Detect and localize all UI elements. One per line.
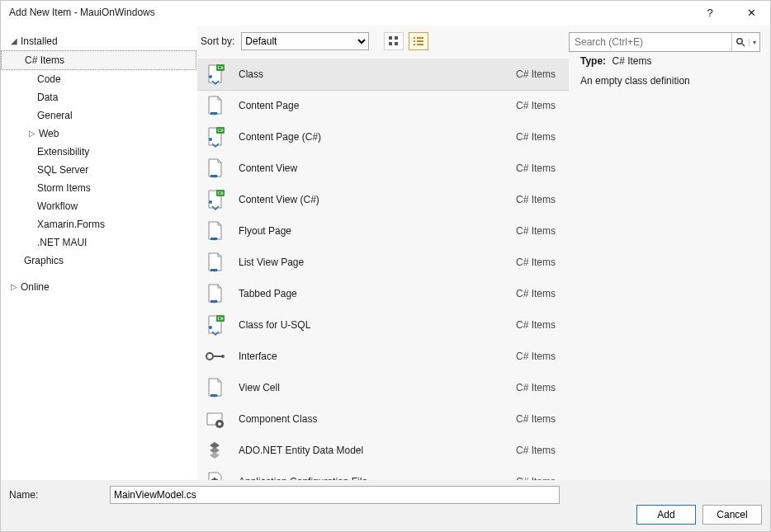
xaml-page-icon: <> — [202, 250, 227, 275]
close-button[interactable]: ✕ — [739, 1, 764, 24]
xaml-page-icon: <> — [202, 375, 227, 400]
name-input[interactable] — [110, 486, 560, 504]
category-tree: ◢ Installed C# ItemsCodeDataGeneral▷WebE… — [1, 26, 197, 480]
svg-rect-5 — [395, 42, 398, 45]
svg-text:C#: C# — [217, 191, 223, 195]
svg-rect-9 — [417, 40, 423, 42]
view-list-button[interactable] — [409, 32, 428, 50]
type-label: Type: — [580, 55, 606, 67]
tree-online[interactable]: ▷ Online — [1, 278, 196, 296]
svg-point-33 — [209, 326, 212, 329]
svg-point-14 — [209, 75, 212, 78]
chevron-down-icon: ◢ — [9, 36, 19, 46]
tree-item-web[interactable]: ▷Web — [1, 125, 196, 143]
tree-item-label: SQL Server — [37, 164, 88, 176]
search-icon[interactable] — [731, 33, 749, 51]
list-icon — [413, 35, 424, 47]
tree-item-xamarin-forms[interactable]: Xamarin.Forms — [1, 215, 196, 233]
tree-item-storm-items[interactable]: Storm Items — [1, 179, 196, 197]
search-input[interactable] — [570, 36, 731, 48]
view-tiles-button[interactable] — [384, 32, 404, 50]
svg-text:C#: C# — [217, 316, 223, 321]
svg-rect-38 — [210, 394, 217, 397]
template-row[interactable]: <>Content PageC# Items — [197, 90, 569, 121]
template-category: C# Items — [516, 319, 559, 331]
type-value: C# Items — [612, 55, 651, 67]
template-row[interactable]: C#Content View (C#)C# Items — [197, 184, 569, 215]
type-description: An empty class definition — [580, 75, 760, 87]
tree-item-code[interactable]: Code — [1, 70, 196, 88]
template-row[interactable]: <>Flyout PageC# Items — [197, 215, 569, 247]
tree-item-extensibility[interactable]: Extensibility — [1, 143, 196, 161]
tree-installed[interactable]: ◢ Installed — [1, 32, 196, 50]
csharp-class-icon: C# — [202, 62, 227, 87]
tree-item-label: Extensibility — [37, 146, 89, 158]
svg-rect-30 — [210, 300, 217, 303]
template-category: C# Items — [516, 413, 559, 425]
tree-item-label: Storm Items — [37, 182, 91, 194]
svg-line-1 — [742, 44, 745, 46]
center-pane: Sort by: Default C#ClassC# Items<>Conten… — [197, 26, 569, 480]
template-row[interactable]: <>View CellC# Items — [197, 372, 569, 403]
csharp-class-icon: C# — [202, 187, 227, 212]
template-row[interactable]: C#ClassC# Items — [197, 59, 569, 90]
tree-item-graphics[interactable]: Graphics — [1, 252, 196, 270]
template-name: View Cell — [239, 382, 516, 393]
template-row[interactable]: ADO.NET Entity Data ModelC# Items — [197, 435, 569, 466]
tree-item-data[interactable]: Data — [1, 88, 196, 106]
template-category: C# Items — [516, 351, 559, 362]
tree-item-c-items[interactable]: C# Items — [1, 50, 196, 70]
tree-item--net-maui[interactable]: .NET MAUI — [1, 233, 196, 252]
template-row[interactable]: <>List View PageC# Items — [197, 247, 569, 278]
tree-item-sql-server[interactable]: SQL Server — [1, 161, 196, 179]
tree-item-label: Data — [37, 92, 58, 103]
template-name: Application Configuration File — [239, 476, 516, 480]
template-category: C# Items — [516, 131, 559, 143]
template-row[interactable]: InterfaceC# Items — [197, 341, 569, 372]
cancel-button[interactable]: Cancel — [702, 505, 762, 525]
search-box[interactable]: ▾ — [569, 32, 760, 52]
template-category: C# Items — [516, 257, 559, 268]
svg-rect-28 — [210, 269, 217, 271]
template-name: Class for U-SQL — [239, 319, 516, 331]
tree-item-label: General — [37, 110, 73, 121]
csharp-class-icon: C# — [202, 125, 227, 149]
svg-point-34 — [206, 353, 213, 360]
template-row[interactable]: <>Content ViewC# Items — [197, 153, 569, 184]
template-row[interactable]: C#Content Page (C#)C# Items — [197, 121, 569, 153]
template-row[interactable]: C#Class for U-SQLC# Items — [197, 309, 569, 341]
template-name: Tabbed Page — [239, 288, 516, 299]
svg-rect-26 — [210, 238, 217, 240]
template-category: C# Items — [516, 68, 559, 80]
svg-point-41 — [218, 422, 221, 426]
template-row[interactable]: Component ClassC# Items — [197, 403, 569, 435]
template-name: List View Page — [239, 257, 516, 268]
svg-rect-6 — [414, 37, 415, 39]
ado-icon — [202, 438, 227, 463]
svg-rect-2 — [389, 36, 392, 40]
tree-item-label: Workflow — [37, 200, 78, 212]
sort-by-select[interactable]: Default — [241, 32, 369, 50]
tree-item-workflow[interactable]: Workflow — [1, 197, 196, 215]
xaml-page-icon: <> — [202, 219, 227, 243]
template-name: ADO.NET Entity Data Model — [239, 445, 516, 456]
search-dropdown-icon[interactable]: ▾ — [749, 39, 759, 46]
svg-rect-3 — [395, 36, 398, 40]
template-category: C# Items — [516, 100, 559, 111]
svg-text:C#: C# — [217, 128, 223, 133]
add-button[interactable]: Add — [636, 505, 696, 525]
xaml-page-icon: <> — [202, 93, 227, 118]
help-button[interactable]: ? — [698, 1, 722, 24]
details-pane: Type: C# Items An empty class definition — [569, 26, 770, 480]
window-title: Add New Item - MauiOnWindows — [9, 7, 155, 18]
titlebar: Add New Item - MauiOnWindows ? ✕ — [1, 1, 770, 25]
svg-point-24 — [209, 200, 212, 204]
grid-icon — [388, 35, 400, 47]
template-name: Content View — [239, 162, 516, 174]
tree-item-general[interactable]: General — [1, 106, 196, 125]
template-list[interactable]: C#ClassC# Items<>Content PageC# ItemsC#C… — [197, 59, 569, 480]
svg-text:C#: C# — [217, 65, 223, 70]
template-row[interactable]: <>Tabbed PageC# Items — [197, 278, 569, 309]
template-row[interactable]: Application Configuration FileC# Items — [197, 466, 569, 480]
template-name: Content Page — [239, 100, 516, 111]
